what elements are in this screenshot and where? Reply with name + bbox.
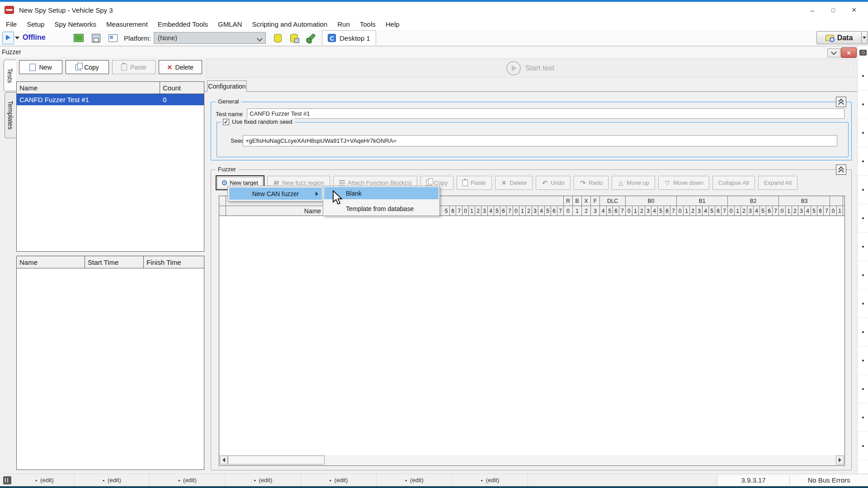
tests-table: Name Count CANFD Fuzzer Test #1 0 [16, 81, 204, 252]
dock-dot [858, 290, 868, 318]
fixed-seed-caption: Use fixed random seed [221, 118, 295, 125]
copy-icon [426, 180, 431, 186]
tab-desktop-1[interactable]: Desktop 1 [322, 30, 376, 45]
minimize-icon[interactable] [802, 4, 823, 16]
tests-table-header: Name Count [17, 82, 204, 94]
delete-test-button[interactable]: Delete [159, 60, 202, 74]
fuzzer-group-label: Fuzzer [216, 166, 238, 173]
start-test-button[interactable]: Start test [525, 64, 554, 72]
tab-configuration[interactable]: Configuration [207, 80, 247, 92]
edit-indicator: •(edit) [377, 474, 453, 486]
collapse-fuzzer-button[interactable] [836, 164, 846, 175]
general-group-label: General [216, 98, 241, 105]
maximize-icon[interactable] [823, 4, 844, 16]
menu-setup[interactable]: Setup [22, 19, 49, 29]
chevron-down-icon [831, 49, 837, 55]
scroll-left-button[interactable] [220, 455, 228, 465]
close-icon[interactable] [844, 4, 864, 16]
column-header-name[interactable]: Name [17, 256, 85, 268]
new-test-button[interactable]: New [19, 60, 62, 74]
column-header-start-time[interactable]: Start Time [85, 256, 144, 268]
column-header-count[interactable]: Count [160, 82, 204, 94]
menu-measurement[interactable]: Measurement [101, 19, 153, 29]
platform-select[interactable]: (None) [154, 32, 266, 44]
test-name-input[interactable] [247, 108, 844, 119]
data-button[interactable]: Data [816, 31, 862, 44]
collapse-general-button[interactable] [836, 97, 846, 107]
menu-spy-networks[interactable]: Spy Networks [49, 19, 101, 29]
menu-gmlan[interactable]: GMLAN [213, 19, 247, 29]
scroll-right-button[interactable] [836, 455, 844, 465]
run-dropdown-icon[interactable] [15, 37, 19, 39]
camera-icon [859, 50, 867, 56]
title-bar: New Spy Setup - Vehicle Spy 3 [0, 2, 868, 18]
grid-group-x: X2 [581, 196, 590, 216]
hardware-icon[interactable] [72, 32, 85, 44]
run-play-button[interactable] [2, 32, 14, 44]
menu-bar: FileSetupSpy NetworksMeasurementEmbedded… [0, 18, 868, 30]
move-down-button[interactable]: Move down [658, 176, 709, 190]
context-menu: New CAN fuzzer [227, 186, 324, 202]
panel-collapse-button[interactable] [827, 48, 840, 57]
menu-help[interactable]: Help [381, 19, 405, 29]
dock-strip [857, 46, 868, 474]
fuzzer-groupbox: Fuzzer New targetNew fuzz regionAttach F… [211, 169, 852, 470]
new-page-icon [29, 64, 36, 71]
menu-file[interactable]: File [1, 19, 22, 29]
fuzzer-panel-title: Fuzzer [2, 48, 21, 56]
edit-indicator: •(edit) [150, 474, 226, 486]
copy-icon [75, 64, 81, 70]
side-tab-strip: Tests Templates [0, 58, 16, 474]
menu-tools[interactable]: Tools [355, 19, 381, 29]
seed-input[interactable] [243, 135, 837, 146]
dock-dot [858, 62, 868, 90]
edit-indicator: •(edit) [453, 474, 528, 486]
menu-run[interactable]: Run [332, 19, 355, 29]
column-header-finish-time[interactable]: Finish Time [144, 256, 204, 268]
data-dropdown-button[interactable] [862, 31, 868, 44]
paste-button[interactable]: Paste [457, 176, 491, 190]
desktop-tab-label: Desktop 1 [340, 34, 370, 42]
column-header-name[interactable]: Name [17, 82, 160, 94]
database-icon[interactable] [271, 32, 284, 44]
grid-group-r: R0 [563, 196, 572, 216]
menu-scripting-and-automation[interactable]: Scripting and Automation [247, 19, 332, 29]
grid-group-b2: B201234567 [727, 196, 778, 216]
redo-button[interactable]: Redo [574, 176, 609, 190]
edit-indicator: •(edit) [75, 474, 150, 486]
window-bottom-edge [0, 486, 868, 488]
save-icon[interactable] [90, 32, 102, 44]
app-icon [5, 6, 14, 14]
delete-button[interactable]: Delete [495, 176, 533, 190]
expand-all-button[interactable]: Expand All [758, 176, 797, 190]
paste-test-button[interactable]: Paste [112, 60, 156, 74]
database-save-icon[interactable] [288, 32, 300, 44]
horizontal-scrollbar[interactable] [220, 455, 844, 465]
window-title: New Spy Setup - Vehicle Spy 3 [19, 6, 113, 14]
dock-dot [858, 404, 868, 432]
setup-note-icon[interactable] [107, 32, 119, 44]
move-up-button[interactable]: Move up [612, 176, 655, 190]
menu-item-new-can-fuzzer[interactable]: New CAN fuzzer [229, 188, 322, 200]
grid-group-f: F3 [590, 196, 599, 216]
use-fixed-seed-checkbox[interactable] [223, 119, 229, 125]
side-tab-templates[interactable]: Templates [5, 92, 16, 138]
panel-close-button[interactable]: × [841, 47, 857, 58]
table-row[interactable]: CANFD Fuzzer Test #1 0 [17, 94, 204, 105]
scrollbar-thumb[interactable] [228, 455, 325, 465]
dock-dot [858, 119, 868, 147]
collapse-all-button[interactable]: Collapse All [712, 176, 755, 190]
version-label: 3.9.3.17 [717, 475, 790, 486]
target-icon [222, 180, 227, 185]
platform-value: (None) [158, 34, 177, 42]
side-tab-tests[interactable]: Tests [4, 60, 16, 91]
fuzzer-grid-body [219, 216, 844, 456]
undo-button[interactable]: Undo [536, 176, 571, 190]
grid-group-b3: B301234567 [778, 196, 830, 216]
delete-x-icon [167, 64, 172, 71]
copy-test-button[interactable]: Copy [66, 60, 109, 74]
seed-label: Seed [231, 137, 244, 144]
menu-embedded-tools[interactable]: Embedded Tools [153, 19, 213, 29]
tools-wrench-icon[interactable] [305, 32, 317, 44]
paste-icon [462, 180, 468, 186]
